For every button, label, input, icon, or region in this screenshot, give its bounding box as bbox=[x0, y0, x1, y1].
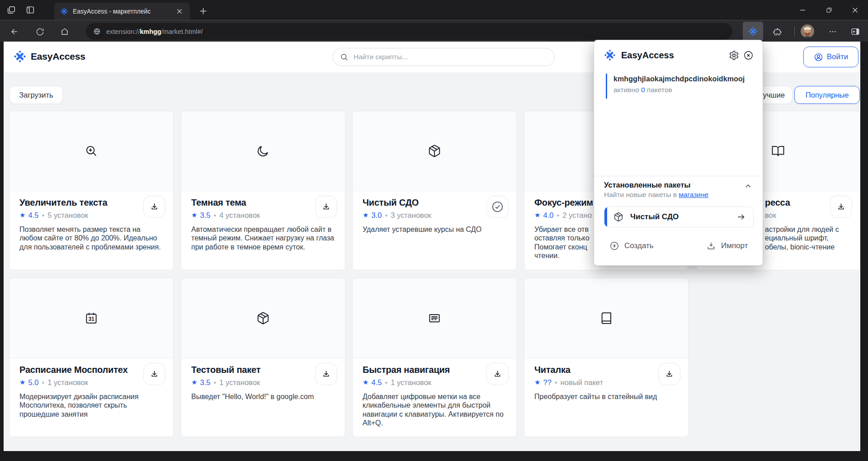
card-info: Расписание Мосполитех ★5.0•1 установок М… bbox=[9, 358, 173, 419]
star-icon: ★ bbox=[363, 211, 368, 219]
installs-count: 1 установок bbox=[219, 378, 260, 386]
separator-dot: • bbox=[555, 378, 557, 386]
close-window-button[interactable] bbox=[842, 0, 868, 20]
profile-avatar[interactable] bbox=[801, 24, 814, 38]
store-link[interactable]: магазине bbox=[679, 191, 708, 198]
popular-filter-button[interactable]: Популярные bbox=[794, 86, 860, 104]
installs-count: 3 установок bbox=[391, 211, 431, 219]
rating-value: 3.5 bbox=[200, 378, 210, 386]
titlebar: EasyAccess - маркетплейс bbox=[0, 0, 868, 20]
settings-gear-icon[interactable] bbox=[726, 48, 741, 62]
tab-close-icon[interactable] bbox=[175, 6, 184, 16]
card-info: Быстрая навигация ★4.5•1 установок Добав… bbox=[353, 358, 516, 428]
easyaccess-extension-icon[interactable] bbox=[743, 22, 763, 41]
card-rating: ★4.5•5 установок bbox=[19, 211, 163, 219]
card-rating: ★??•новый пакет bbox=[534, 378, 678, 386]
installs-count: 1 установок bbox=[391, 378, 431, 386]
star-icon: ★ bbox=[534, 211, 540, 219]
vertical-tabs-icon[interactable] bbox=[24, 4, 37, 16]
package-card[interactable]: Темная тема ★3.5•4 установок Автоматичес… bbox=[181, 111, 345, 270]
separator-dot: • bbox=[213, 378, 216, 386]
separator-dot: • bbox=[42, 211, 44, 219]
installs-count: 1 установок bbox=[47, 378, 88, 386]
tab-favicon-easyaccess-icon bbox=[60, 7, 68, 15]
popup-actions: Создать Импорт bbox=[594, 239, 763, 253]
card-title: Читалка bbox=[534, 364, 678, 375]
card-icon-area bbox=[181, 111, 345, 191]
card-title: Быстрая навигация bbox=[363, 364, 506, 375]
new-tab-button[interactable] bbox=[196, 5, 210, 17]
minimize-button[interactable] bbox=[789, 0, 816, 20]
installed-check-button[interactable] bbox=[486, 196, 509, 218]
rating-value: ?? bbox=[543, 378, 551, 386]
package-card[interactable]: Увеличитель текста ★4.5•5 установок Позв… bbox=[9, 111, 174, 270]
package-card[interactable]: Чистый СДО ★3.0•3 установок Удаляет уста… bbox=[352, 111, 517, 270]
sidebar-icon[interactable] bbox=[848, 25, 863, 38]
book-open-icon bbox=[771, 144, 785, 158]
card-description: Преобразует сайты в статейный вид bbox=[534, 392, 678, 401]
installs-count: вок bbox=[765, 211, 776, 219]
arrow-right-icon[interactable] bbox=[736, 212, 746, 222]
extensions-puzzle-icon[interactable] bbox=[769, 25, 784, 38]
find-packages-text: Найти новые пакеты в магазине bbox=[604, 191, 708, 199]
package-card[interactable]: Тестовый пакет ★3.5•1 установок Выведет … bbox=[181, 278, 345, 437]
calendar-31-icon: 31 bbox=[85, 311, 98, 325]
card-description: Добавляет цифровые метки на все кликабел… bbox=[363, 392, 506, 428]
star-icon: ★ bbox=[191, 211, 197, 219]
rating-value: 4.0 bbox=[543, 211, 553, 219]
login-button[interactable]: Войти bbox=[803, 47, 859, 67]
installed-package-item[interactable]: Чистый СДО bbox=[604, 207, 754, 227]
installs-count: новый пакет bbox=[561, 378, 603, 386]
easyaccess-logo-icon bbox=[14, 50, 26, 63]
rating-value: 4.5 bbox=[28, 211, 38, 219]
more-options-icon[interactable] bbox=[826, 25, 840, 38]
download-button[interactable] bbox=[143, 196, 165, 218]
person-icon bbox=[814, 52, 823, 62]
refresh-icon[interactable] bbox=[33, 25, 47, 38]
svg-text:31: 31 bbox=[88, 316, 94, 322]
download-button[interactable] bbox=[315, 196, 337, 218]
browser-tab[interactable]: EasyAccess - маркетплейс bbox=[54, 3, 190, 20]
separator-dot: • bbox=[385, 211, 387, 219]
home-icon[interactable] bbox=[57, 25, 72, 38]
card-title: Чистый СДО bbox=[363, 197, 506, 208]
separator-dot: • bbox=[213, 211, 216, 219]
download-button[interactable] bbox=[486, 363, 509, 385]
download-button[interactable] bbox=[143, 363, 165, 385]
download-button[interactable] bbox=[658, 363, 680, 385]
search-input[interactable] bbox=[354, 53, 534, 61]
workspaces-icon[interactable] bbox=[5, 4, 18, 16]
installed-packages-heading: Установленные пакеты bbox=[604, 181, 690, 189]
import-package-button[interactable]: Импорт bbox=[706, 239, 748, 253]
rating-value: 3.0 bbox=[371, 211, 382, 219]
card-rating: ★5.0•1 установок bbox=[19, 378, 163, 386]
upload-button[interactable]: Загрузить bbox=[9, 86, 63, 104]
url-bar[interactable]: extension://kmhgg/market.html#/ bbox=[86, 23, 732, 40]
separator-dot: • bbox=[385, 378, 387, 386]
close-popup-icon[interactable] bbox=[741, 48, 755, 62]
card-rating: ★4.5•1 установок bbox=[363, 378, 506, 386]
search-bar[interactable] bbox=[332, 48, 555, 66]
download-button[interactable] bbox=[830, 196, 852, 218]
card-info: Читалка ★??•новый пакет Преобразует сайт… bbox=[524, 358, 688, 401]
create-package-button[interactable]: Создать bbox=[609, 239, 654, 253]
popup-title: EasyAccess bbox=[621, 50, 726, 61]
star-icon: ★ bbox=[19, 211, 25, 219]
card-title: Темная тема bbox=[191, 197, 335, 208]
package-card[interactable]: Читалка ★??•новый пакет Преобразует сайт… bbox=[524, 278, 689, 437]
card-info: Чистый СДО ★3.0•3 установок Удаляет уста… bbox=[353, 191, 516, 234]
article-icon bbox=[428, 311, 441, 325]
restore-button[interactable] bbox=[816, 0, 842, 20]
installs-count: 4 установок bbox=[219, 211, 260, 219]
card-title: Тестовый пакет bbox=[191, 364, 335, 375]
back-icon[interactable] bbox=[7, 25, 22, 38]
chevron-up-icon[interactable] bbox=[742, 180, 755, 192]
package-icon bbox=[613, 212, 623, 222]
package-icon bbox=[256, 311, 270, 325]
star-icon: ★ bbox=[19, 378, 25, 386]
download-button[interactable] bbox=[315, 363, 337, 385]
active-packages-status: активно 0 пакетов bbox=[613, 86, 745, 94]
package-card[interactable]: Быстрая навигация ★4.5•1 установок Добав… bbox=[352, 278, 517, 437]
rating-value: 5.0 bbox=[28, 378, 38, 386]
package-card[interactable]: 31 Расписание Мосполитех ★5.0•1 установо… bbox=[9, 278, 174, 437]
